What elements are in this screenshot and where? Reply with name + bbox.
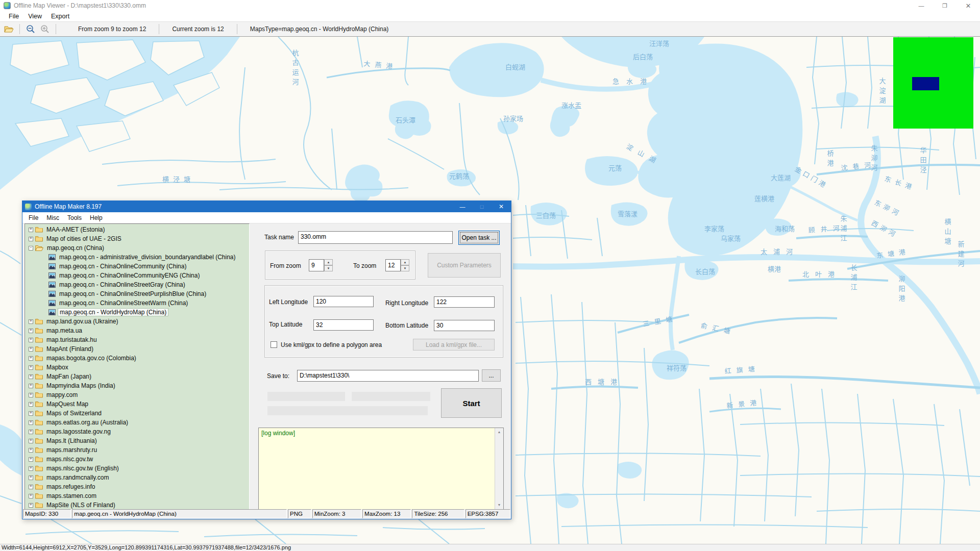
menu-view[interactable]: View [23,12,46,21]
tree-item[interactable]: +MAA-AMET (Estonia) [25,225,249,234]
tree-item[interactable]: +maps.lagosstate.gov.ng [25,427,249,436]
log-scrollbar[interactable]: ▲ ▼ [495,428,503,509]
from-zoom-value[interactable]: 9 [309,259,324,271]
minimize-button[interactable]: — [910,0,933,11]
tree-expander-icon[interactable]: + [29,384,33,388]
right-longitude-input[interactable]: 122 [434,296,495,308]
tree-expander-icon[interactable]: + [29,374,33,379]
menu-export[interactable]: Export [46,12,74,21]
tree-item[interactable]: +maps.randmcnally.com [25,473,249,482]
zoom-out-icon[interactable] [25,23,36,35]
tree-expander-icon[interactable]: + [29,228,33,232]
browse-button[interactable]: ... [482,369,501,382]
menu-tools[interactable]: Tools [63,213,86,222]
from-zoom-spinner[interactable]: 9 ▲▼ [309,259,333,271]
tree-item[interactable]: +maps.eatlas.org.au (Australia) [25,418,249,427]
menu-misc[interactable]: Misc [42,213,63,222]
main-toolbar: From zoom 9 to zoom 12 Current zoom is 1… [0,21,980,37]
open-task-button[interactable]: Open task ... [458,231,500,245]
log-window[interactable]: [log window] ▲ ▼ [258,428,504,510]
to-zoom-value[interactable]: 12 [385,259,401,271]
left-longitude-input[interactable]: 120 [313,296,374,307]
tree-expander-icon[interactable]: + [29,411,33,416]
kml-checkbox[interactable] [271,341,277,348]
tree-expander-icon[interactable]: - [29,246,33,251]
tree-item[interactable]: +Mapmyindia Maps (India) [25,381,249,390]
tree-item[interactable]: map.geoq.cn - ChinaOnlineCommunity (Chin… [25,262,249,271]
scroll-down-icon[interactable]: ▼ [495,501,503,509]
tree-item[interactable]: +map.land.gov.ua (Ukraine) [25,317,249,326]
open-folder-icon[interactable] [3,23,14,35]
tree-item[interactable]: +Maps of Switzerland [25,409,249,418]
tree-expander-icon[interactable]: + [29,319,33,324]
dialog-titlebar[interactable]: Offline Map Maker 8.197 — □ ✕ [22,201,511,212]
tree-expander-icon[interactable]: + [29,448,33,453]
tree-expander-icon[interactable]: + [29,393,33,397]
custom-parameters-button[interactable]: Custom Parameters [428,253,501,278]
dialog-maximize-button[interactable]: □ [472,201,492,212]
load-kml-button[interactable]: Load a kml/gpx file... [413,339,495,350]
tree-item[interactable]: +maps.marshruty.ru [25,445,249,455]
to-zoom-spinner[interactable]: 12 ▲▼ [385,259,409,271]
menu-help[interactable]: Help [86,213,107,222]
from-zoom-down-icon[interactable]: ▼ [324,265,333,271]
tree-expander-icon[interactable]: + [29,237,33,241]
to-zoom-up-icon[interactable]: ▲ [401,259,409,265]
tree-item[interactable]: +MapAnt (Finland) [25,344,249,354]
tree-item[interactable]: +map.turistautak.hu [25,335,249,344]
close-button[interactable]: ✕ [957,0,980,11]
tree-expander-icon[interactable]: + [29,402,33,407]
task-name-input[interactable]: 330.omm [298,231,453,244]
tree-expander-icon[interactable]: + [29,503,33,508]
tree-item[interactable]: -map.geoq.cn (China) [25,243,249,253]
tree-item[interactable]: +mapas.bogota.gov.co (Colombia) [25,354,249,363]
map-source-tree[interactable]: +MAA-AMET (Estonia)+Map of cities of UAE… [24,223,250,510]
tree-expander-icon[interactable]: + [29,347,33,352]
main-window-title: Offline Map Viewer - D:\mapstest1\330\33… [14,2,146,9]
tree-item[interactable]: +maps.nlsc.gov.tw [25,455,249,464]
tree-item[interactable]: +MapFan (Japan) [25,372,249,381]
tree-item[interactable]: +Maps.lt (Lithuania) [25,436,249,445]
tree-item[interactable]: +maps.stamen.com [25,491,249,500]
tree-item[interactable]: +map.meta.ua [25,326,249,335]
tree-item[interactable]: +MapQuest Map [25,399,249,409]
tree-item[interactable]: +maps.nlsc.gov.tw (English) [25,464,249,473]
restore-button[interactable]: ❐ [933,0,957,11]
dialog-minimize-button[interactable]: — [453,201,472,212]
save-to-input[interactable]: D:\mapstest1\330\ [297,370,479,382]
menu-file[interactable]: File [4,12,23,21]
tree-expander-icon[interactable]: + [29,329,33,333]
tree-expander-icon[interactable]: + [29,338,33,342]
start-button[interactable]: Start [441,388,502,418]
tree-item[interactable]: map.geoq.cn - ChinaOnlineStreetWarm (Chi… [25,298,249,308]
tree-expander-icon[interactable]: + [29,485,33,489]
top-latitude-label: Top Latitude [269,321,302,328]
to-zoom-down-icon[interactable]: ▼ [401,265,409,271]
tree-item[interactable]: +Mapbox [25,363,249,372]
tree-item[interactable]: +mappy.com [25,390,249,399]
tree-item[interactable]: +Map of cities of UAE - 2GIS [25,234,249,243]
tree-item[interactable]: map.geoq.cn - WorldHydroMap (China) [25,308,249,317]
top-latitude-input[interactable]: 32 [313,319,374,331]
tree-expander-icon[interactable]: + [29,365,33,370]
tree-expander-icon[interactable]: + [29,430,33,434]
bottom-latitude-input[interactable]: 30 [434,320,495,331]
tree-expander-icon[interactable]: + [29,457,33,462]
zoom-in-icon[interactable] [39,23,51,35]
tree-item[interactable]: +maps.refuges.info [25,482,249,491]
tree-expander-icon[interactable]: + [29,356,33,361]
scroll-up-icon[interactable]: ▲ [495,428,503,436]
tree-item[interactable]: map.geoq.cn - ChinaOnlineStreetPurplishB… [25,289,249,298]
tree-expander-icon[interactable]: + [29,494,33,498]
tree-expander-icon[interactable]: + [29,420,33,425]
from-zoom-up-icon[interactable]: ▲ [324,259,333,265]
tree-item[interactable]: map.geoq.cn - ChinaOnlineCommunityENG (C… [25,271,249,280]
tree-expander-icon[interactable]: + [29,475,33,480]
tree-item[interactable]: map.geoq.cn - ChinaOnlineStreetGray (Chi… [25,280,249,289]
tree-expander-icon[interactable]: + [29,466,33,471]
dialog-close-button[interactable]: ✕ [492,201,511,212]
tree-item[interactable]: +MapSite (NLS of Finland) [25,500,249,510]
tree-item[interactable]: map.geoq.cn - administrative_division_bo… [25,253,249,262]
menu-file[interactable]: File [24,213,42,222]
tree-expander-icon[interactable]: + [29,439,33,443]
